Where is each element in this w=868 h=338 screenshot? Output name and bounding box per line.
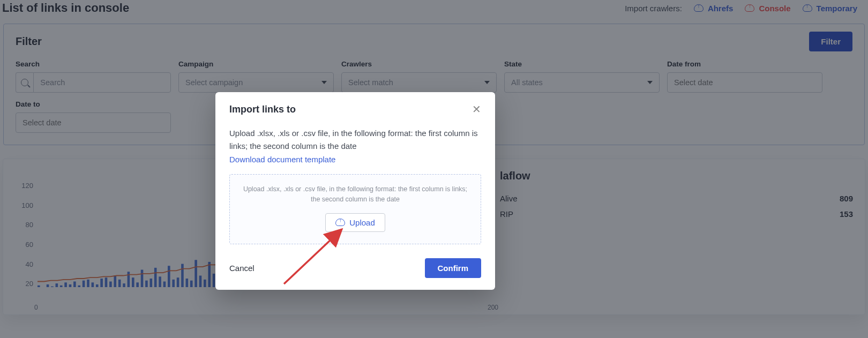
upload-button-label: Upload xyxy=(349,218,375,227)
modal-title: Import links to xyxy=(229,104,296,115)
annotation-arrow xyxy=(279,233,348,294)
upload-dropzone[interactable]: Upload .xlsx, .xls or .csv file, in the … xyxy=(229,174,481,244)
download-template-link[interactable]: Download document template xyxy=(229,155,335,164)
cancel-button[interactable]: Cancel xyxy=(229,264,255,273)
modal-description: Upload .xlsx, .xls or .csv file, in the … xyxy=(229,127,481,153)
close-icon[interactable]: ✕ xyxy=(472,104,481,115)
upload-button[interactable]: Upload xyxy=(325,213,385,232)
dropzone-hint: Upload .xlsx, .xls or .csv file, in the … xyxy=(238,184,472,205)
svg-line-100 xyxy=(284,238,332,284)
cloud-upload-icon xyxy=(335,219,345,226)
confirm-button[interactable]: Confirm xyxy=(425,258,482,278)
import-modal: Import links to ✕ Upload .xlsx, .xls or … xyxy=(215,92,495,290)
